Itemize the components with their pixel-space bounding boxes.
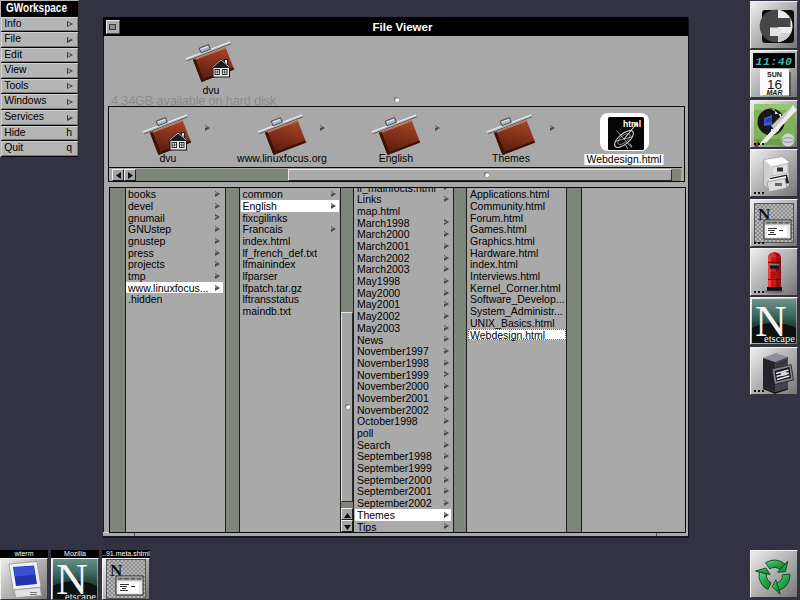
svg-text:etscape: etscape xyxy=(764,333,795,344)
svg-text:MAR: MAR xyxy=(767,89,783,96)
svg-text:etscape: etscape xyxy=(65,591,96,600)
svg-text:11:40: 11:40 xyxy=(755,55,792,68)
